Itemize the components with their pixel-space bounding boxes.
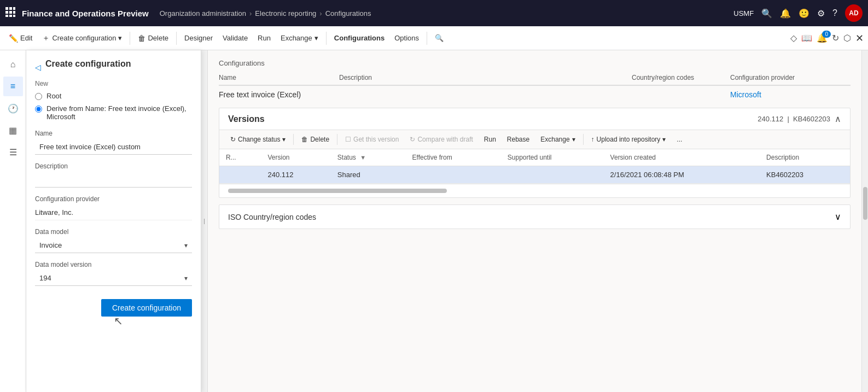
avatar[interactable]: AD: [845, 4, 863, 22]
notification-badge-icon[interactable]: 🔔0: [817, 33, 828, 43]
sidebar-item-grid[interactable]: ▦: [3, 120, 23, 140]
description-label: Description: [35, 162, 192, 170]
right-scrollbar[interactable]: [861, 50, 868, 392]
versions-table-body: 240.112 Shared 2/16/2021 06:08:48 PM KB4…: [219, 166, 850, 184]
col-effective-from: Effective from: [406, 149, 501, 166]
svg-rect-6: [5, 15, 8, 17]
data-model-version-label: Data model version: [35, 261, 192, 268]
svg-rect-5: [13, 11, 15, 14]
versions-run-button[interactable]: Run: [480, 133, 500, 145]
search-toolbar-icon[interactable]: 🔍: [430, 32, 448, 44]
create-configuration-button[interactable]: ＋ Create configuration ▾: [38, 31, 126, 45]
breadcrumb-org[interactable]: Organization administration: [160, 9, 246, 17]
versions-badge-version: 240.112 | KB4602203: [758, 115, 830, 123]
notification-icon[interactable]: 🔔: [780, 8, 791, 19]
cursor-indicator: ↖: [114, 314, 123, 327]
waffle-icon[interactable]: [5, 7, 15, 19]
radio-derive[interactable]: Derive from Name: Free text invoice (Exc…: [35, 104, 192, 121]
book-icon[interactable]: 📖: [801, 33, 812, 43]
radio-root-input[interactable]: [35, 93, 42, 100]
edit-button[interactable]: ✏️ Edit: [4, 32, 37, 45]
table-row[interactable]: 240.112 Shared 2/16/2021 06:08:48 PM KB4…: [219, 166, 850, 184]
radio-root[interactable]: Root: [35, 92, 192, 100]
designer-button[interactable]: Designer: [180, 32, 217, 44]
exchange-chevron-icon: ▾: [314, 34, 318, 42]
edit-icon: ✏️: [9, 34, 18, 43]
exchange-button[interactable]: Exchange ▾: [276, 32, 323, 44]
options-button[interactable]: Options: [390, 32, 423, 44]
toolbar-right-icons: ◇ 📖 🔔0 ↻ ⬡ ✕: [790, 32, 864, 44]
col-status: Status ▼: [331, 149, 406, 166]
config-provider-label: Configuration provider: [35, 195, 192, 203]
iso-collapse-icon[interactable]: ∨: [835, 212, 841, 222]
change-status-chevron-icon: ▾: [282, 136, 286, 143]
open-in-new-icon[interactable]: ⬡: [843, 33, 851, 43]
svg-rect-0: [5, 7, 8, 10]
col-version-created: Version created: [604, 149, 760, 166]
sidebar-item-list[interactable]: ≡: [3, 77, 23, 96]
diamond-icon[interactable]: ◇: [790, 33, 797, 43]
versions-header: Versions 240.112 | KB4602203 ∧: [219, 108, 850, 130]
panel-collapse-icon[interactable]: ◁: [35, 63, 41, 72]
upload-icon: ↑: [591, 136, 595, 143]
upload-repository-button[interactable]: ↑ Upload into repository ▾: [587, 133, 671, 145]
data-model-version-form-group: Data model version 194 ▾: [35, 261, 192, 286]
close-button[interactable]: ✕: [855, 32, 864, 44]
exchange-versions-button[interactable]: Exchange ▾: [536, 133, 579, 145]
breadcrumb-er[interactable]: Electronic reporting: [255, 9, 316, 17]
top-navigation-bar: Finance and Operations Preview Organizat…: [0, 0, 868, 26]
scroll-area[interactable]: [219, 184, 850, 197]
cell-description: KB4602203: [760, 166, 850, 184]
compare-with-draft-button[interactable]: ↻ Compare with draft: [405, 133, 477, 145]
get-this-version-button[interactable]: ☐ Get this version: [341, 133, 403, 145]
panel-collapse-handle[interactable]: |: [201, 50, 208, 392]
delete-button[interactable]: 🗑 Delete: [133, 32, 173, 45]
versions-delete-button[interactable]: 🗑 Delete: [297, 133, 334, 145]
description-form-group: Description: [35, 162, 192, 188]
description-input[interactable]: [35, 172, 192, 188]
run-button[interactable]: Run: [253, 32, 275, 44]
svg-rect-7: [9, 15, 12, 17]
col-header-name: Name: [219, 74, 339, 81]
get-version-icon: ☐: [345, 136, 351, 143]
sidebar-item-detail[interactable]: ☰: [3, 142, 23, 162]
sidebar-item-home[interactable]: ⌂: [3, 55, 23, 74]
change-status-button[interactable]: ↻ Change status ▾: [226, 133, 290, 145]
radio-root-label: Root: [46, 92, 61, 100]
config-provider-value-link[interactable]: Microsoft: [730, 90, 850, 99]
plus-icon: ＋: [42, 33, 50, 43]
smiley-icon[interactable]: 🙂: [799, 8, 809, 19]
status-filter-icon[interactable]: ▼: [360, 154, 366, 161]
data-model-select-wrapper: Invoice ▾: [35, 238, 192, 253]
horizontal-scrollbar-thumb[interactable]: [228, 189, 447, 193]
panel-title: Create configuration: [45, 59, 131, 69]
settings-icon[interactable]: ⚙: [817, 8, 825, 19]
trash-icon: 🗑: [138, 34, 145, 43]
radio-derive-input[interactable]: [35, 106, 42, 113]
versions-table: R... Version Status ▼ Effective from Sup…: [219, 149, 850, 184]
config-name-value: Free text invoice (Excel): [219, 90, 339, 99]
sidebar-item-recent[interactable]: 🕐: [3, 98, 23, 118]
search-icon[interactable]: 🔍: [761, 8, 772, 19]
rebase-button[interactable]: Rebase: [503, 133, 534, 145]
refresh-icon[interactable]: ↻: [832, 33, 839, 43]
cell-r: [219, 166, 261, 184]
data-model-select[interactable]: Invoice: [35, 238, 192, 253]
name-input[interactable]: [35, 139, 192, 155]
org-label: USMF: [733, 9, 754, 17]
vt-divider-3: [583, 134, 584, 145]
breadcrumb-configs[interactable]: Configurations: [325, 9, 371, 17]
help-icon[interactable]: ?: [832, 8, 837, 18]
svg-rect-8: [13, 15, 15, 17]
configurations-button[interactable]: Configurations: [330, 32, 389, 44]
data-model-version-select[interactable]: 194: [35, 271, 192, 286]
right-scrollbar-thumb[interactable]: [863, 187, 867, 220]
chevron-icon-2: ›: [319, 9, 322, 17]
versions-toolbar: ↻ Change status ▾ 🗑 Delete ☐ Get this ve…: [219, 130, 850, 149]
validate-button[interactable]: Validate: [218, 32, 252, 44]
breadcrumb: Organization administration › Electronic…: [160, 9, 734, 17]
creation-type-radio-group: Root Derive from Name: Free text invoice…: [35, 92, 192, 121]
more-options-button[interactable]: ...: [672, 133, 686, 145]
versions-collapse-icon[interactable]: ∧: [835, 114, 841, 124]
vt-divider-2: [337, 134, 337, 145]
